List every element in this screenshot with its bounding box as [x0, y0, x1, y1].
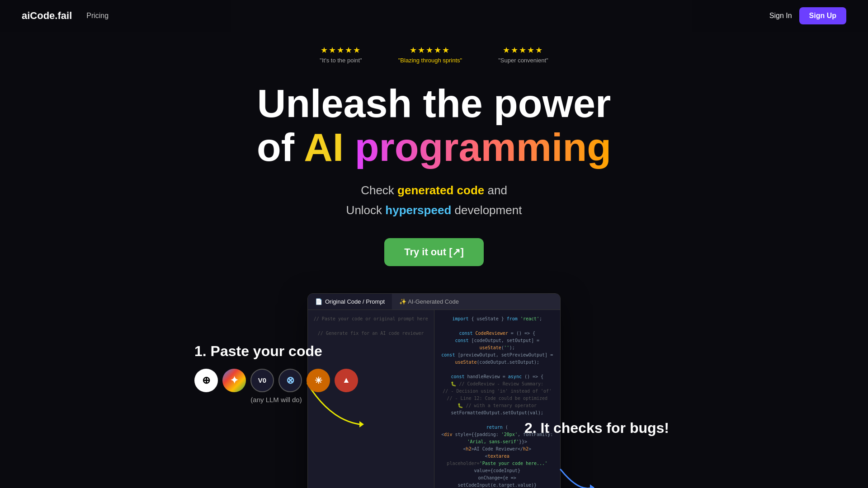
sub-generated: generated code	[397, 183, 484, 197]
sign-in-button[interactable]: Sign In	[769, 12, 792, 20]
hero-section: ★★★★★ "It's to the point" ★★★★★ "Blazing…	[0, 0, 868, 488]
logo[interactable]: aiCode.fail	[22, 10, 72, 22]
sub-hyperspeed: hyperspeed	[385, 203, 451, 217]
original-code-tab[interactable]: 📄 Original Code / Prompt	[308, 294, 392, 310]
svg-marker-1	[590, 484, 594, 488]
sub-prefix1: Check	[361, 183, 397, 197]
review-item-1: ★★★★★ "It's to the point"	[320, 45, 362, 64]
bugs-label: 2. It checks for bugs!	[524, 420, 669, 436]
mistral-icon: ▲	[335, 369, 358, 392]
sub-suffix2: development	[451, 203, 522, 217]
review-item-3: ★★★★★ "Super convenient"	[498, 45, 548, 64]
llm-icons-row: ⊕ ✦ V0 ⊗ ✳ ▲	[194, 369, 358, 392]
paste-label: 1. Paste your code	[194, 343, 358, 360]
pricing-link[interactable]: Pricing	[86, 12, 108, 20]
review-item-2: ★★★★★ "Blazing through sprints"	[398, 45, 462, 64]
stars-3: ★★★★★	[503, 45, 543, 55]
headline-line1: Unleash the power	[257, 81, 611, 126]
quote-2: "Blazing through sprints"	[398, 57, 462, 64]
v0-icon: V0	[250, 369, 274, 392]
perplexity-icon: ⊗	[278, 369, 302, 392]
bugs-label-area: 2. It checks for bugs!	[524, 420, 669, 436]
headline-ai: AI	[304, 125, 344, 169]
ai-generated-tab[interactable]: ✨ AI-Generated Code	[392, 294, 466, 310]
paste-instructions: 1. Paste your code ⊕ ✦ V0 ⊗ ✳ ▲ (any LLM…	[194, 343, 358, 404]
ai-tab-label: ✨ AI-Generated Code	[399, 298, 459, 305]
nav-right: Sign In Sign Up	[769, 7, 846, 24]
quote-1: "It's to the point"	[320, 57, 362, 64]
cta-button[interactable]: Try it out [↗]	[384, 238, 484, 266]
demo-window-header: 📄 Original Code / Prompt ✨ AI-Generated …	[308, 294, 560, 310]
stars-2: ★★★★★	[410, 45, 450, 55]
openai-icon: ⊕	[194, 369, 218, 392]
headline-of: of	[257, 125, 304, 169]
reviews-row: ★★★★★ "It's to the point" ★★★★★ "Blazing…	[320, 45, 548, 64]
sign-up-button[interactable]: Sign Up	[799, 7, 846, 24]
stars-1: ★★★★★	[321, 45, 361, 55]
file-icon: 📄	[315, 298, 322, 305]
subheadline: Check generated code and Unlock hyperspe…	[346, 180, 522, 220]
headline-programming: programming	[355, 125, 611, 169]
demo-area: 1. Paste your code ⊕ ✦ V0 ⊗ ✳ ▲ (any LLM…	[185, 293, 683, 488]
any-llm-label: (any LLM will do)	[194, 396, 358, 404]
gemini-icon: ✦	[222, 369, 246, 392]
original-tab-label: Original Code / Prompt	[325, 298, 385, 305]
navbar: aiCode.fail Pricing Sign In Sign Up	[0, 0, 868, 32]
headline-line2: of AI programming	[257, 125, 611, 169]
main-headline: Unleash the power of AI programming	[257, 82, 611, 169]
quote-3: "Super convenient"	[498, 57, 548, 64]
sub-prefix2: Unlock	[346, 203, 386, 217]
original-code-lines: // Paste your code or original prompt he…	[313, 315, 429, 337]
ai-code-lines: import { useState } from 'react'; const …	[440, 315, 555, 488]
claude-icon: ✳	[307, 369, 330, 392]
sub-suffix1: and	[484, 183, 507, 197]
nav-left: aiCode.fail Pricing	[22, 10, 108, 22]
ai-code-panel: import { useState } from 'react'; const …	[434, 310, 561, 488]
